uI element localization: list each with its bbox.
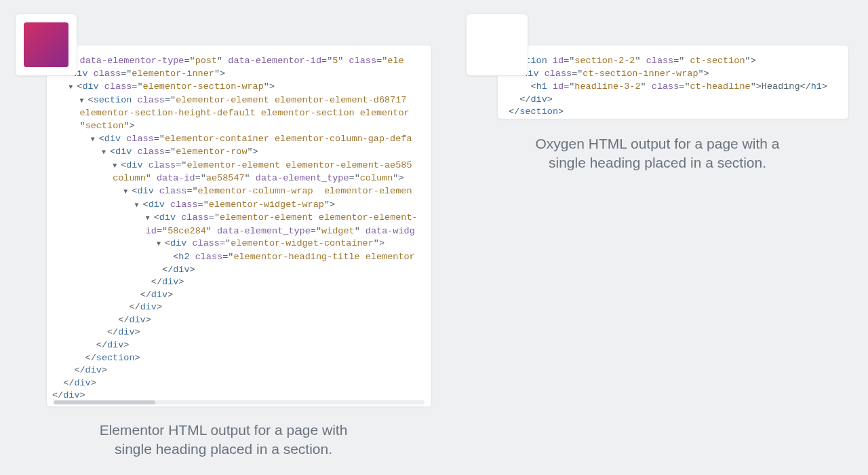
oxygen-column: <section id="section-2-2" class=" ct-sec… bbox=[466, 14, 849, 173]
elementor-logo-badge bbox=[15, 14, 77, 76]
horizontal-scrollbar[interactable] bbox=[54, 400, 425, 404]
oxygen-code-card: <section id="section-2-2" class=" ct-sec… bbox=[497, 45, 849, 119]
oxygen-code-block: <section id="section-2-2" class=" ct-sec… bbox=[503, 55, 843, 119]
oxygen-caption: Oxygen HTML output for a page with a sin… bbox=[466, 134, 849, 173]
elementor-logo-icon bbox=[24, 22, 68, 67]
oxygen-logo-badge bbox=[466, 14, 528, 76]
elementor-code-block: <div data-elementor-type="post" data-ele… bbox=[52, 55, 426, 402]
scrollbar-thumb[interactable] bbox=[54, 400, 155, 404]
elementor-code-card: <div data-elementor-type="post" data-ele… bbox=[46, 45, 432, 407]
elementor-caption: Elementor HTML output for a page with si… bbox=[15, 421, 432, 459]
elementor-column: <div data-elementor-type="post" data-ele… bbox=[15, 14, 432, 459]
